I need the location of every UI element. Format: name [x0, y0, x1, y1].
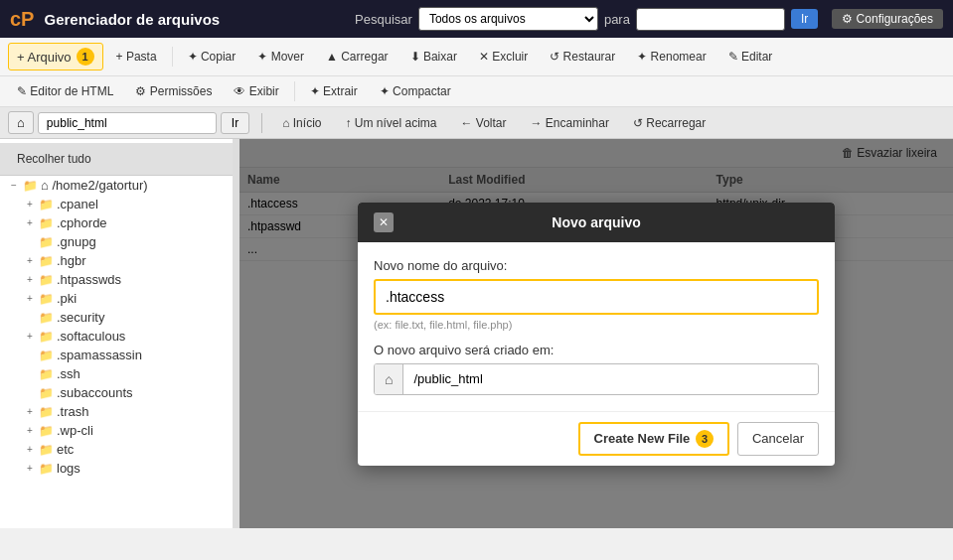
config-button[interactable]: ⚙ Configurações — [832, 9, 943, 29]
tree-item-ssh[interactable]: 📁 .ssh — [16, 364, 233, 383]
folder-icon-subaccounts: 📁 — [39, 386, 54, 400]
folder-icon-hgbr: 📁 — [39, 254, 54, 268]
toggle-wpcli: + — [24, 425, 36, 436]
toggle-root: − — [8, 180, 20, 191]
path-input-group: ⌂ — [374, 363, 819, 395]
folder-icon-trash: 📁 — [39, 405, 54, 419]
main-area: Recolher tudo − 📁 ⌂ /home2/gatortur) + 📁… — [0, 139, 953, 528]
compactar-button[interactable]: ✦ Compactar — [371, 79, 460, 103]
tree-item-etc[interactable]: + 📁 etc — [16, 440, 233, 459]
path-input[interactable] — [403, 364, 818, 393]
exibir-button[interactable]: 👁 Exibir — [225, 79, 287, 103]
search-input[interactable] — [636, 8, 785, 31]
copiar-button[interactable]: ✦ Copiar — [179, 45, 245, 69]
tree-item-cphorde[interactable]: + 📁 .cphorde — [16, 213, 233, 232]
renomear-button[interactable]: ✦ Renomear — [628, 45, 715, 69]
filename-label: Novo nome do arquivo: — [374, 258, 819, 273]
modal-overlay: ✕ Novo arquivo Novo nome do arquivo: (ex… — [239, 139, 953, 528]
tree-label-trash: .trash — [57, 404, 89, 419]
tree-item-gnupg[interactable]: 📁 .gnupg — [16, 232, 233, 251]
sep2 — [294, 81, 295, 101]
filename-hint: (ex: file.txt, file.html, file.php) — [374, 319, 819, 331]
cancel-button[interactable]: Cancelar — [737, 422, 819, 456]
create-badge: 3 — [696, 430, 714, 448]
carregar-button[interactable]: ▲ Carregar — [317, 45, 397, 69]
tree-item-wpcli[interactable]: + 📁 .wp-cli — [16, 421, 233, 440]
extrair-button[interactable]: ✦ Extrair — [301, 79, 367, 103]
sep1 — [172, 47, 173, 67]
nav-recarregar-button[interactable]: ↺ Recarregar — [625, 113, 714, 133]
tree-label-logs: logs — [57, 461, 80, 476]
nav-encaminhar-button[interactable]: → Encaminhar — [523, 113, 617, 133]
toggle-pki: + — [24, 293, 36, 304]
folder-icon-spamassassin: 📁 — [39, 349, 54, 362]
tree-item-subaccounts[interactable]: 📁 .subaccounts — [16, 383, 233, 402]
toggle-trash: + — [24, 406, 36, 417]
mover-button[interactable]: ✦ Mover — [248, 45, 313, 69]
pasta-button[interactable]: + Pasta — [107, 45, 166, 69]
tree-item-security[interactable]: 📁 .security — [16, 308, 233, 327]
tree-item-cpanel[interactable]: + 📁 .cpanel — [16, 195, 233, 213]
path-input-group: ⌂ Ir — [8, 111, 249, 134]
toggle-htpasswds: + — [24, 274, 36, 285]
modal-novo-arquivo: ✕ Novo arquivo Novo nome do arquivo: (ex… — [358, 203, 835, 466]
tree-label-spamassassin: .spamassassin — [57, 348, 142, 362]
tree-item-softaculous[interactable]: + 📁 .softaculous — [16, 327, 233, 346]
sidebar-tree: − 📁 ⌂ /home2/gatortur) + 📁 .cpanel + 📁 .… — [0, 176, 233, 478]
search-para: para — [604, 12, 630, 27]
toolbar-row1: + Arquivo 1 + Pasta ✦ Copiar ✦ Mover ▲ C… — [0, 38, 953, 76]
editor-html-button[interactable]: ✎ Editor de HTML — [8, 79, 122, 103]
sidebar: Recolher tudo − 📁 ⌂ /home2/gatortur) + 📁… — [0, 139, 234, 528]
content-area: 🗑 Esvaziar lixeira Name Last Modified Ty… — [239, 139, 953, 528]
folder-icon-pki: 📁 — [39, 292, 54, 306]
tree-label-hgbr: .hgbr — [57, 253, 86, 268]
tree-item-htpasswds[interactable]: + 📁 .htpasswds — [16, 270, 233, 289]
search-area: Pesquisar Todos os arquivos Somente nome… — [355, 7, 943, 31]
baixar-button[interactable]: ⬇ Baixar — [401, 45, 466, 69]
tree-item-spamassassin[interactable]: 📁 .spamassassin — [16, 346, 233, 364]
create-new-file-button[interactable]: Create New File 3 — [578, 422, 729, 456]
tree-item-pki[interactable]: + 📁 .pki — [16, 289, 233, 308]
nav-nivel-button[interactable]: ↑ Um nível acima — [337, 113, 444, 133]
path-home-icon: ⌂ — [375, 364, 403, 394]
search-label: Pesquisar — [355, 12, 412, 27]
folder-icon-etc: 📁 — [39, 443, 54, 457]
folder-icon-cpanel: 📁 — [39, 198, 54, 211]
editar-button[interactable]: ✎ Editar — [719, 45, 782, 69]
search-go-button[interactable]: Ir — [791, 9, 818, 29]
modal-header: ✕ Novo arquivo — [358, 203, 835, 242]
restaurar-button[interactable]: ↺ Restaurar — [541, 45, 624, 69]
permissoes-button[interactable]: ⚙ Permissões — [126, 79, 221, 103]
nav-path-input[interactable] — [38, 112, 217, 134]
folder-icon-softaculous: 📁 — [39, 330, 54, 344]
tree-item-root[interactable]: − 📁 ⌂ /home2/gatortur) — [0, 176, 233, 195]
modal-close-button[interactable]: ✕ — [374, 212, 394, 232]
sidebar-header: Recolher tudo — [0, 143, 233, 176]
tree-label-htpasswds: .htpasswds — [57, 272, 121, 287]
modal-title: Novo arquivo — [394, 214, 799, 230]
tree-item-logs[interactable]: + 📁 logs — [16, 459, 233, 478]
tree-item-hgbr[interactable]: + 📁 .hgbr — [16, 251, 233, 270]
nav-inicio-button[interactable]: ⌂ Início — [274, 113, 329, 133]
arquivo-button[interactable]: + Arquivo 1 — [8, 43, 103, 70]
tree-item-trash[interactable]: + 📁 .trash — [16, 402, 233, 421]
app-title: Gerenciador de arquivos — [44, 11, 220, 28]
nav-home-button[interactable]: ⌂ — [8, 111, 34, 134]
search-type-select[interactable]: Todos os arquivos Somente nomes de arqui… — [418, 7, 598, 31]
folder-icon-htpasswds: 📁 — [39, 273, 54, 287]
tree-indent-1: + 📁 .cpanel + 📁 .cphorde 📁 .gnupg + 📁 — [0, 195, 233, 478]
tree-label-subaccounts: .subaccounts — [57, 385, 133, 400]
toolbar-row2: ✎ Editor de HTML ⚙ Permissões 👁 Exibir ✦… — [0, 76, 953, 107]
nav-go-button[interactable]: Ir — [221, 112, 249, 134]
folder-icon-root: 📁 — [23, 179, 38, 193]
nav-bar: ⌂ Ir ⌂ Início ↑ Um nível acima ← Voltar … — [0, 107, 953, 139]
tree-label-root: ⌂ /home2/gatortur) — [41, 178, 148, 193]
excluir-button[interactable]: ✕ Excluir — [470, 45, 537, 69]
filename-input[interactable] — [374, 279, 819, 315]
toggle-hgbr: + — [24, 255, 36, 266]
recolher-button[interactable]: Recolher tudo — [8, 147, 100, 171]
tree-label-cpanel: .cpanel — [57, 197, 98, 211]
folder-icon-gnupg: 📁 — [39, 235, 54, 249]
create-new-label: Create New File — [594, 431, 691, 446]
nav-voltar-button[interactable]: ← Voltar — [453, 113, 515, 133]
